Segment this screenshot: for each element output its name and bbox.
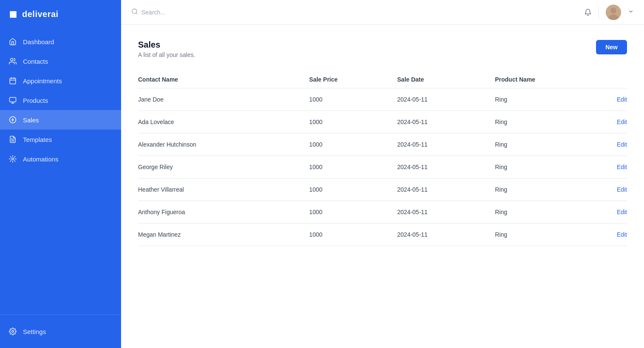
cell-contact-name: Alexander Hutchinson <box>138 133 309 156</box>
main-area: Sales A list of all your sales. New Cont… <box>121 0 644 348</box>
cell-product-name: Ring <box>495 201 593 224</box>
cell-contact-name: Heather Villarreal <box>138 178 309 201</box>
sidebar-item-settings-label: Settings <box>23 328 46 335</box>
svg-text:$: $ <box>12 119 14 122</box>
cell-product-name: Ring <box>495 133 593 156</box>
edit-button[interactable]: Edit <box>617 141 627 148</box>
sidebar-item-settings[interactable]: Settings <box>0 322 121 341</box>
svg-point-19 <box>610 8 616 14</box>
edit-button[interactable]: Edit <box>617 231 627 238</box>
col-header-product-name: Product Name <box>495 72 593 88</box>
cell-action: Edit <box>593 224 627 246</box>
cell-sale-date: 2024-05-11 <box>397 201 495 224</box>
svg-point-14 <box>12 158 14 160</box>
cell-sale-price: 1000 <box>309 178 397 201</box>
sidebar-nav: Dashboard Contacts <box>0 28 121 314</box>
box-icon <box>8 96 17 105</box>
search-icon <box>131 8 138 17</box>
cell-sale-price: 1000 <box>309 111 397 133</box>
profile-chevron-button[interactable] <box>628 8 634 16</box>
sidebar-bottom: Settings <box>0 314 121 348</box>
header-right <box>584 5 634 20</box>
sidebar-item-appointments[interactable]: Appointments <box>0 71 121 91</box>
cell-sale-date: 2024-05-11 <box>397 178 495 201</box>
sidebar-item-dashboard[interactable]: Dashboard <box>0 32 121 51</box>
new-button[interactable]: New <box>596 40 627 54</box>
sidebar: deliverai Dashboard Cont <box>0 0 121 348</box>
cell-contact-name: Anthony Figueroa <box>138 201 309 224</box>
edit-button[interactable]: Edit <box>617 119 627 125</box>
notification-button[interactable] <box>584 8 592 16</box>
sidebar-item-sales[interactable]: $ Sales <box>0 110 121 130</box>
sidebar-item-templates-label: Templates <box>23 136 52 143</box>
table-row: Heather Villarreal 1000 2024-05-11 Ring … <box>138 178 627 201</box>
header-divider <box>599 6 599 18</box>
cell-action: Edit <box>593 201 627 224</box>
header <box>121 0 644 25</box>
edit-button[interactable]: Edit <box>617 186 627 193</box>
avatar[interactable] <box>606 5 621 20</box>
col-header-sale-date: Sale Date <box>397 72 495 88</box>
cell-contact-name: Megan Martinez <box>138 224 309 246</box>
search-wrapper <box>131 8 579 17</box>
cell-action: Edit <box>593 178 627 201</box>
cell-product-name: Ring <box>495 156 593 178</box>
cell-sale-price: 1000 <box>309 88 397 111</box>
sidebar-item-dashboard-label: Dashboard <box>23 38 54 45</box>
avatar-image <box>606 5 621 20</box>
sidebar-item-sales-label: Sales <box>23 116 39 124</box>
home-icon <box>8 37 17 46</box>
cell-sale-date: 2024-05-11 <box>397 111 495 133</box>
contacts-icon <box>8 57 17 65</box>
svg-rect-5 <box>10 97 16 102</box>
cell-sale-date: 2024-05-11 <box>397 156 495 178</box>
search-input[interactable] <box>141 9 579 16</box>
cell-sale-price: 1000 <box>309 224 397 246</box>
page-header: Sales A list of all your sales. New <box>138 40 627 58</box>
sidebar-item-automations-label: Automations <box>23 156 58 163</box>
cell-action: Edit <box>593 133 627 156</box>
sidebar-item-contacts-label: Contacts <box>23 58 48 65</box>
cell-contact-name: Ada Lovelace <box>138 111 309 133</box>
cell-sale-date: 2024-05-11 <box>397 224 495 246</box>
page-title: Sales <box>138 40 195 50</box>
cell-product-name: Ring <box>495 88 593 111</box>
cell-product-name: Ring <box>495 224 593 246</box>
logo-icon <box>6 8 20 21</box>
cell-sale-date: 2024-05-11 <box>397 88 495 111</box>
file-icon <box>8 135 17 144</box>
table-row: George Riley 1000 2024-05-11 Ring Edit <box>138 156 627 178</box>
dollar-icon: $ <box>8 116 17 124</box>
logo: deliverai <box>0 0 121 28</box>
table-row: Anthony Figueroa 1000 2024-05-11 Ring Ed… <box>138 201 627 224</box>
edit-button[interactable]: Edit <box>617 164 627 170</box>
cell-action: Edit <box>593 111 627 133</box>
cell-product-name: Ring <box>495 178 593 201</box>
cell-contact-name: Jane Doe <box>138 88 309 111</box>
cell-sale-date: 2024-05-11 <box>397 133 495 156</box>
sales-table: Contact Name Sale Price Sale Date Produc… <box>138 72 627 246</box>
cell-product-name: Ring <box>495 111 593 133</box>
svg-rect-1 <box>10 78 16 84</box>
cell-action: Edit <box>593 156 627 178</box>
cell-sale-price: 1000 <box>309 133 397 156</box>
svg-line-17 <box>136 13 137 14</box>
edit-button[interactable]: Edit <box>617 209 627 215</box>
table-row: Megan Martinez 1000 2024-05-11 Ring Edit <box>138 224 627 246</box>
logo-text: deliverai <box>22 9 59 19</box>
sidebar-item-automations[interactable]: Automations <box>0 149 121 169</box>
page-header-text: Sales A list of all your sales. <box>138 40 195 58</box>
automations-icon <box>8 155 17 163</box>
cell-sale-price: 1000 <box>309 201 397 224</box>
cell-contact-name: George Riley <box>138 156 309 178</box>
sidebar-item-contacts[interactable]: Contacts <box>0 51 121 71</box>
col-header-contact-name: Contact Name <box>138 72 309 88</box>
edit-button[interactable]: Edit <box>617 96 627 103</box>
col-header-sale-price: Sale Price <box>309 72 397 88</box>
table-row: Jane Doe 1000 2024-05-11 Ring Edit <box>138 88 627 111</box>
calendar-icon <box>8 76 17 85</box>
cell-action: Edit <box>593 88 627 111</box>
sidebar-item-templates[interactable]: Templates <box>0 130 121 149</box>
sidebar-item-products[interactable]: Products <box>0 91 121 110</box>
col-header-action <box>593 72 627 88</box>
